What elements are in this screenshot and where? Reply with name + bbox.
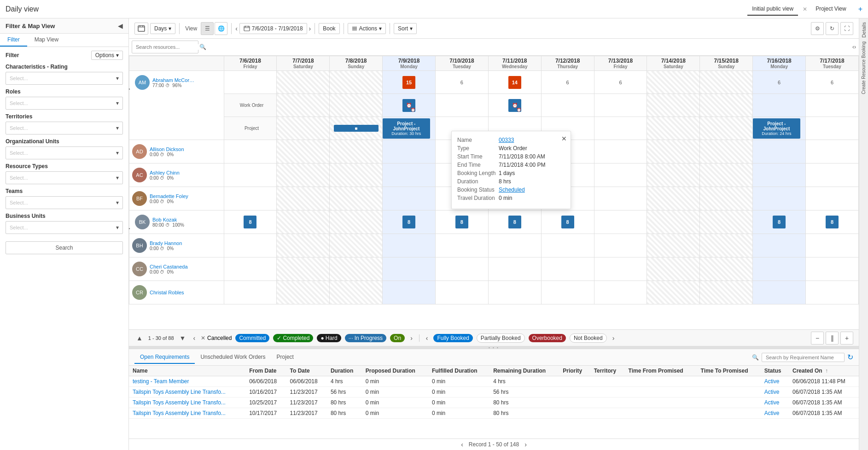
booking-block-bob-2[interactable]: 8 [402,216,415,228]
book-button[interactable]: Book [319,23,339,34]
collapse-rows-button[interactable]: ▲ [134,334,145,342]
booking-prev-button[interactable]: ‹ [424,334,430,342]
req-name-link-2[interactable]: Tailspin Toys Assembly Line Transfo... [133,399,226,406]
schedule-cell: Project - JohnProject Duration: 24 hrs [753,117,806,140]
schedule-cell [330,71,383,94]
req-proposed-1: 0 min [362,387,428,397]
resource-name-allison[interactable]: Allison Dickson [150,146,196,152]
sidebar-tab-filter[interactable]: Filter [0,34,27,47]
wo-block-2[interactable]: ⏰ [508,99,521,112]
schedule-cell: ⏰ [383,94,436,117]
resource-cell-bob: ▶ BK Bob Kozak 80:00 ⏱ 100% [129,210,224,234]
resource-search-bar[interactable]: 🔍 [132,41,198,53]
prev-date-button[interactable]: ‹ [235,25,238,32]
schedule-icon-button[interactable] [134,23,148,35]
req-status-link-0[interactable]: Active [764,378,780,385]
search-input[interactable] [136,44,199,50]
req-timefrom-0 [625,376,697,387]
next-date-button[interactable]: › [309,25,311,32]
req-status-link-1[interactable]: Active [764,389,780,395]
filter-resourcetypes-dropdown[interactable]: Select... ▾ [6,171,123,184]
expand-bob-button[interactable]: ▶ [129,226,130,231]
req-status-link-2[interactable]: Active [764,399,780,406]
bottom-tab-openreq[interactable]: Open Requirements [134,351,195,364]
bottom-pause-button[interactable]: ‖ [826,332,839,345]
tab-project-view[interactable]: Project View [811,3,851,16]
resource-name-abraham[interactable]: Abraham McCormi... [152,77,198,83]
requirement-search-input[interactable] [762,353,845,362]
close-tab-icon[interactable]: ✕ [803,6,807,12]
add-tab-icon[interactable]: + [858,5,862,13]
req-status-link-3[interactable]: Active [764,410,780,416]
req-name-link-1[interactable]: Tailspin Toys Assembly Line Transfo... [133,389,226,395]
filter-businessunits-dropdown[interactable]: Select... ▾ [6,221,123,234]
project-booking-abraham-2[interactable]: Project - JohnProject Duration: 24 hrs [753,118,800,139]
schedule-cell [435,234,488,257]
scroll-right-button[interactable]: › [854,44,856,50]
filter-roles-dropdown[interactable]: Select... ▾ [6,97,123,110]
bottom-tab-project[interactable]: Project [271,351,299,364]
booking-block-bob-5[interactable]: 8 [561,216,574,228]
project-booking-abraham[interactable]: Project - JohnProject Duration: 30 hrs [383,118,430,139]
days-button[interactable]: Days ▾ [150,23,175,34]
schedule-cell [488,257,541,281]
filter-characteristics-dropdown[interactable]: Select... ▾ [6,72,123,85]
project-block-1[interactable]: ■ [334,125,379,132]
tooltip-close-button[interactable]: ✕ [561,135,567,142]
tooltip-end-time: 7/11/2018 4:00 PM [499,162,545,168]
expand-rows-button[interactable]: ▼ [178,334,188,342]
map-view-button[interactable]: 🌐 [215,22,227,35]
booking-block-bob-3[interactable]: 8 [455,216,468,228]
records-next-button[interactable]: › [523,441,529,448]
booking-block-bob-6[interactable]: 8 [773,216,786,228]
tooltip-name-link[interactable]: 00333 [499,137,514,143]
resource-name-cheri[interactable]: Cheri Castaneda [150,264,196,269]
filter-org-dropdown[interactable]: Select... ▾ [6,146,123,159]
list-view-button[interactable]: ☰ [201,22,214,35]
schedule-cell [806,234,859,257]
booking-block-14[interactable]: 14 [508,76,521,89]
bottom-minus-button[interactable]: − [811,332,824,345]
booking-block-bob-7[interactable]: 8 [826,216,839,228]
bottom-tab-unscheduled[interactable]: Unscheduled Work Orders [195,351,271,364]
sidebar-tab-mapview[interactable]: Map View [27,34,66,47]
resource-name-bernadette[interactable]: Bernadette Foley [150,193,196,199]
sidebar-collapse-icon[interactable]: ◀ [118,22,123,29]
schedule-prev-button[interactable]: ‹ [191,334,197,342]
req-name-link-0[interactable]: testing - Team Member [133,378,189,385]
refresh-button[interactable]: ↻ [826,22,839,35]
resource-name-brady[interactable]: Brady Hannon [150,240,196,246]
actions-button[interactable]: Actions ▾ [348,23,386,34]
booking-block-bob-1[interactable]: 8 [244,216,256,228]
filter-territories-dropdown[interactable]: Select... ▾ [6,122,123,134]
tooltip-booking-status[interactable]: Scheduled [499,187,525,193]
resource-name-bob[interactable]: Bob Kozak [152,217,198,222]
tab-initial-public-view[interactable]: Initial public view [747,3,798,16]
sidebar-search-button[interactable]: Search [6,241,123,254]
wo-block-1[interactable]: ⏰ [402,99,415,112]
expand-abraham-button[interactable]: ▶ [129,86,130,91]
req-createdon-2: 06/07/2018 1:35 AM [789,397,859,408]
settings-button[interactable]: ⚙ [811,22,824,35]
schedule-cell [383,164,436,187]
records-prev-button[interactable]: ‹ [459,441,465,448]
sort-button[interactable]: Sort ▾ [394,23,417,34]
resource-name-ashley[interactable]: Ashley Chinn [150,170,196,175]
filter-options-button[interactable]: Options ▾ [91,51,123,60]
booking-block-15[interactable]: 15 [402,76,415,89]
schedule-next-button[interactable]: › [408,334,414,342]
resource-name-christal[interactable]: Christal Robles [150,290,196,295]
requirements-refresh-button[interactable]: ↻ [847,353,853,362]
filter-teams-dropdown[interactable]: Select... ▾ [6,196,123,209]
create-resource-booking-label[interactable]: Create Resource Booking [861,41,866,94]
avatar-ashley: AC [132,168,147,182]
req-name-link-3[interactable]: Tailspin Toys Assembly Line Transfo... [133,410,226,416]
requirements-table-container: Name From Date To Date Duration Proposed… [129,366,859,438]
booking-next-button[interactable]: › [611,334,617,342]
right-sidebar-label[interactable]: Details [861,22,867,38]
bottom-plus-button[interactable]: + [840,332,853,345]
sort-createdon-icon[interactable]: ↑ [825,368,828,374]
booking-block-bob-4[interactable]: 8 [508,216,521,228]
fullscreen-button[interactable]: ⛶ [840,22,853,35]
req-fromdate-3: 10/17/2017 [245,408,286,419]
